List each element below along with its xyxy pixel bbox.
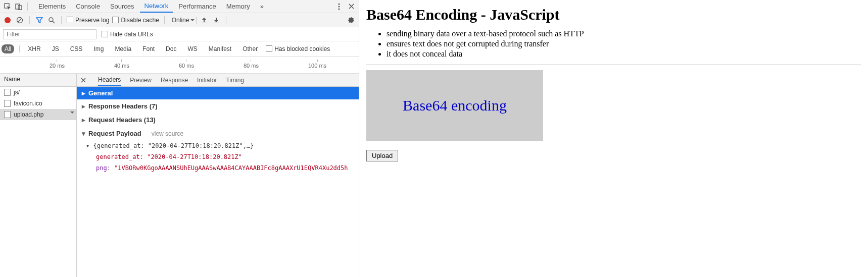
payload-field: generated_at: "2020-04-27T10:18:20.821Z" bbox=[82, 151, 354, 162]
has-blocked-checkbox[interactable]: Has blocked cookies bbox=[266, 45, 330, 52]
filter-manifest[interactable]: Manifest bbox=[206, 44, 234, 53]
timeline-tick: 100 ms bbox=[308, 60, 326, 69]
throttle-select[interactable]: Online bbox=[170, 17, 197, 24]
svg-point-7 bbox=[49, 18, 53, 22]
detail-content: ▸General ▸Response Headers (7) ▸Request … bbox=[77, 87, 359, 277]
tab-performance[interactable]: Performance bbox=[174, 1, 220, 12]
chevron-right-icon: ▸ bbox=[82, 102, 85, 110]
type-filter-bar: All XHR JS CSS Img Media Font Doc WS Man… bbox=[0, 41, 359, 57]
canvas-image: Base64 encoding bbox=[366, 70, 543, 141]
search-icon[interactable] bbox=[47, 16, 56, 25]
chevron-right-icon: ▸ bbox=[82, 116, 85, 124]
request-list: Name js/ favicon.ico upload.php bbox=[0, 74, 77, 277]
disable-cache-checkbox[interactable]: Disable cache bbox=[112, 17, 159, 24]
detail-tab-timing[interactable]: Timing bbox=[226, 75, 244, 86]
filter-js[interactable]: JS bbox=[49, 44, 62, 53]
network-toolbar: Preserve log Disable cache Online bbox=[0, 13, 359, 27]
section-request-headers[interactable]: ▸Request Headers (13) bbox=[77, 113, 359, 127]
filter-css[interactable]: CSS bbox=[67, 44, 86, 53]
request-name: js/ bbox=[14, 89, 20, 96]
request-row[interactable]: upload.php bbox=[0, 109, 76, 120]
chevron-down-icon: ▾ bbox=[82, 130, 85, 137]
name-column-header[interactable]: Name bbox=[0, 74, 76, 87]
separator bbox=[366, 65, 861, 65]
payload-body: ▾ {generated_at: "2020-04-27T10:18:20.82… bbox=[77, 140, 359, 179]
section-request-payload-label: Request Payload bbox=[88, 130, 141, 137]
payload-key: generated_at: bbox=[96, 153, 143, 160]
chevron-right-icon: ▸ bbox=[82, 89, 85, 97]
devtools-tabstrip: Elements Console Sources Network Perform… bbox=[0, 0, 359, 13]
filter-font[interactable]: Font bbox=[139, 44, 158, 53]
svg-rect-9 bbox=[214, 23, 219, 23]
devtools-tabs: Elements Console Sources Network Perform… bbox=[34, 0, 332, 13]
file-icon bbox=[4, 111, 11, 118]
file-icon bbox=[4, 89, 11, 96]
filter-doc[interactable]: Doc bbox=[163, 44, 179, 53]
page-content: Base64 Encoding - JavaScript sending bin… bbox=[359, 0, 868, 277]
tab-memory[interactable]: Memory bbox=[222, 1, 255, 12]
timeline-tick: 20 ms bbox=[50, 60, 65, 69]
tab-more[interactable]: » bbox=[256, 1, 268, 12]
section-request-payload[interactable]: ▾Request Payload view source bbox=[77, 127, 359, 140]
filter-media[interactable]: Media bbox=[112, 44, 134, 53]
filter-all[interactable]: All bbox=[2, 44, 14, 53]
separator bbox=[164, 16, 165, 24]
upload-button[interactable]: Upload bbox=[366, 150, 398, 161]
svg-rect-8 bbox=[202, 23, 207, 23]
filter-other[interactable]: Other bbox=[239, 44, 261, 53]
tab-sources[interactable]: Sources bbox=[106, 1, 139, 12]
request-row[interactable]: favicon.ico bbox=[0, 98, 76, 109]
section-response-headers[interactable]: ▸Response Headers (7) bbox=[77, 99, 359, 113]
separator bbox=[19, 45, 20, 52]
file-icon bbox=[4, 100, 11, 107]
filter-icon[interactable] bbox=[35, 16, 44, 25]
timeline-tick: 80 ms bbox=[244, 60, 259, 69]
clear-icon[interactable] bbox=[15, 16, 24, 25]
tab-elements[interactable]: Elements bbox=[34, 1, 70, 12]
payload-value: "2020-04-27T10:18:20.821Z" bbox=[147, 153, 242, 160]
request-row[interactable]: js/ bbox=[0, 87, 76, 98]
hide-data-urls-checkbox[interactable]: Hide data URLs bbox=[102, 31, 153, 38]
detail-tab-initiator[interactable]: Initiator bbox=[197, 75, 217, 86]
preserve-log-checkbox[interactable]: Preserve log bbox=[67, 17, 109, 24]
detail-tab-preview[interactable]: Preview bbox=[130, 75, 152, 86]
filter-bar: Hide data URLs bbox=[0, 27, 359, 41]
request-name: upload.php bbox=[14, 111, 43, 118]
kebab-icon[interactable] bbox=[334, 2, 344, 11]
upload-icon[interactable] bbox=[200, 16, 209, 25]
payload-summary[interactable]: ▾ {generated_at: "2020-04-27T10:18:20.82… bbox=[82, 140, 354, 151]
section-general[interactable]: ▸General bbox=[77, 87, 359, 99]
device-icon[interactable] bbox=[14, 2, 23, 11]
bullet-list: sending binary data over a text-based pr… bbox=[387, 29, 861, 59]
svg-point-3 bbox=[339, 3, 340, 5]
preserve-log-label: Preserve log bbox=[75, 17, 109, 24]
filter-xhr[interactable]: XHR bbox=[25, 44, 43, 53]
close-icon[interactable] bbox=[347, 2, 356, 11]
payload-value: "iVBORw0KGgoAAAANSUhEUgAAASwAAAB4CAYAAAB… bbox=[114, 164, 348, 172]
view-source-link[interactable]: view source bbox=[152, 130, 183, 137]
filter-input[interactable] bbox=[3, 29, 97, 39]
inspect-icon[interactable] bbox=[3, 2, 12, 11]
section-general-label: General bbox=[88, 89, 113, 97]
timeline[interactable]: 20 ms 40 ms 60 ms 80 ms 100 ms bbox=[0, 57, 359, 74]
tab-network[interactable]: Network bbox=[140, 0, 173, 13]
svg-point-5 bbox=[339, 8, 340, 10]
filter-ws[interactable]: WS bbox=[184, 44, 200, 53]
has-blocked-label: Has blocked cookies bbox=[274, 45, 330, 52]
detail-tab-response[interactable]: Response bbox=[161, 75, 188, 86]
close-detail-icon[interactable] bbox=[81, 78, 89, 83]
disable-cache-label: Disable cache bbox=[121, 17, 159, 24]
canvas-text: Base64 encoding bbox=[403, 97, 507, 114]
tab-console[interactable]: Console bbox=[71, 1, 105, 12]
request-name: favicon.ico bbox=[14, 100, 42, 107]
list-item: it does not conceal data bbox=[387, 49, 861, 59]
gear-icon[interactable] bbox=[347, 16, 356, 25]
download-icon[interactable] bbox=[212, 16, 221, 25]
filter-img[interactable]: Img bbox=[90, 44, 107, 53]
detail-tab-headers[interactable]: Headers bbox=[98, 74, 121, 86]
list-item: ensures text does not get corrupted duri… bbox=[387, 39, 861, 48]
devtools-panel: Elements Console Sources Network Perform… bbox=[0, 0, 359, 277]
separator bbox=[27, 3, 28, 11]
payload-key: png: bbox=[96, 164, 111, 172]
record-icon[interactable] bbox=[3, 16, 12, 25]
